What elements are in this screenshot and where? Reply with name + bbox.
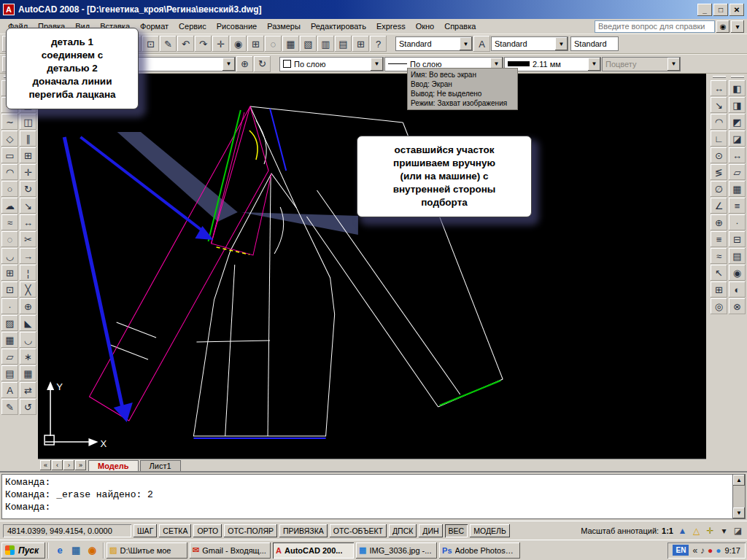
zoom-realtime-icon[interactable]: ◉ (230, 36, 247, 52)
annotation-visibility-icon[interactable]: ▲ (676, 524, 689, 537)
move-icon[interactable]: ✛ (20, 164, 36, 180)
make-object-layer-icon[interactable]: ⊕ (236, 56, 253, 72)
match-properties-icon[interactable]: ✎ (160, 36, 177, 52)
spline-icon[interactable]: ≈ (1, 214, 18, 230)
menu-item[interactable]: Формат (135, 20, 174, 32)
ellipse-arc-icon[interactable]: ◡ (1, 248, 18, 264)
combo-arrow-icon[interactable]: ▼ (588, 58, 600, 71)
dim-jogged-icon[interactable]: ≶ (711, 164, 727, 180)
extend-icon[interactable]: → (20, 248, 36, 264)
help-search-input[interactable] (595, 20, 715, 33)
break-at-point-icon[interactable]: ¦ (20, 265, 36, 281)
status-toggle[interactable]: ОТС-ОБЪЕКТ (330, 524, 387, 537)
calculator-icon[interactable]: ⊞ (352, 36, 369, 52)
insert-block-icon[interactable]: ⊞ (1, 265, 18, 281)
tab-layout1[interactable]: Лист1 (140, 460, 181, 471)
text-style-icon[interactable]: A (473, 36, 490, 52)
arc-icon[interactable]: ◠ (1, 164, 18, 180)
combo-arrow-icon[interactable]: ▼ (460, 37, 472, 50)
network-tray-icon[interactable]: ● (716, 545, 721, 556)
menu-item[interactable]: Рисование (212, 20, 262, 32)
next-tab-button[interactable]: › (63, 460, 74, 470)
stretch-icon[interactable]: ↔ (20, 214, 36, 230)
polyline-icon[interactable]: ∼ (1, 114, 18, 130)
layer-update-icon[interactable]: ↻ (254, 56, 271, 72)
osnap-settings-icon[interactable]: ⊗ (729, 298, 746, 314)
drawing-canvas[interactable]: Y X (38, 74, 706, 459)
orbit-icon[interactable]: ◉ (729, 265, 746, 281)
start-button[interactable]: Пуск (1, 542, 45, 559)
coordinates-readout[interactable]: 4814.0399, 949.4154, 0.0000 (3, 524, 131, 537)
chamfer-icon[interactable]: ◣ (20, 315, 36, 331)
offset-icon[interactable]: ∥ (20, 131, 36, 147)
menu-item[interactable]: Справка (439, 20, 481, 32)
status-toggle[interactable]: ПРИВЯЗКА (279, 524, 328, 537)
break-icon[interactable]: ╳ (20, 281, 36, 298)
dim-arc-length-icon[interactable]: ◠ (711, 114, 727, 130)
lineweight-combo[interactable]: 2.11 мм ▼ (504, 57, 601, 71)
close-button[interactable]: ✕ (729, 4, 744, 16)
quick-dim-icon[interactable]: ⊕ (711, 214, 727, 230)
explode-icon[interactable]: ∗ (20, 349, 36, 365)
status-toggle[interactable]: ОТС-ПОЛЯР (224, 524, 277, 537)
draworder-below-icon[interactable]: ◪ (729, 131, 746, 147)
taskbar-task[interactable]: Ps Adobe Photoshop (439, 542, 520, 559)
restore-button[interactable]: □ (713, 4, 728, 16)
paste-icon[interactable]: ⊡ (142, 36, 159, 52)
color-combo[interactable]: По слою ▼ (279, 57, 384, 71)
zoom-previous-icon[interactable]: ◌ (265, 36, 282, 52)
array-icon[interactable]: ⊞ (20, 147, 36, 163)
measure-area-icon[interactable]: ▱ (729, 164, 746, 180)
id-point-icon[interactable]: ∙ (729, 214, 746, 230)
style-combo-1[interactable]: Standard ▼ (395, 36, 473, 51)
clean-screen-icon[interactable]: ◪ (732, 524, 744, 537)
revision-cloud-icon[interactable]: ☁ (1, 198, 18, 214)
antivirus-tray-icon[interactable]: ● (708, 545, 713, 556)
pan-icon[interactable]: ✛ (212, 36, 229, 52)
status-toggle[interactable]: ДПСК (389, 524, 417, 537)
draworder-back-icon[interactable]: ◨ (729, 97, 746, 113)
measure-distance-icon[interactable]: ↔ (729, 147, 746, 163)
properties-icon[interactable]: ▦ (282, 36, 299, 52)
undo-icon[interactable]: ↶ (177, 36, 194, 52)
make-block-icon[interactable]: ⊡ (1, 281, 18, 298)
dim-angular-icon[interactable]: ∠ (711, 198, 727, 214)
taskbar-task[interactable]: ✉ Gmail - Входящ... (190, 542, 271, 559)
status-toggle[interactable]: ДИН (419, 524, 442, 537)
mtext-icon[interactable]: A (1, 382, 18, 398)
tool-palettes-icon[interactable]: ▥ (317, 36, 334, 52)
status-toggle[interactable]: ВЕС (445, 524, 468, 537)
taskbar-task[interactable]: ▦ IMG_3036.jpg -... (356, 542, 437, 559)
gradient-icon[interactable]: ▦ (1, 332, 18, 348)
menu-item[interactable]: Размеры (262, 20, 306, 32)
command-scrollbar[interactable]: ▲ ▼ (733, 474, 746, 519)
group-icon[interactable]: ▦ (20, 365, 36, 381)
toolbar-lock-icon[interactable]: ✛ (704, 524, 716, 537)
show-desktop-icon[interactable]: ▦ (69, 543, 83, 558)
join-icon[interactable]: ⊕ (20, 298, 36, 314)
status-toggle[interactable]: СЕТКА (159, 524, 191, 537)
volume-icon[interactable]: ♪ (700, 545, 705, 556)
tray-chevron-icon[interactable]: « (692, 545, 697, 556)
rectangle-icon[interactable]: ▭ (1, 147, 18, 163)
scroll-up-icon[interactable]: ▲ (733, 475, 745, 486)
draworder-front-icon[interactable]: ◧ (729, 80, 746, 96)
search-dropdown-icon[interactable]: ▾ (731, 20, 744, 33)
region-icon[interactable]: ▱ (1, 349, 18, 365)
taskbar-task[interactable]: A AutoCAD 200... (273, 542, 354, 559)
taskbar-clock[interactable]: 9:17 (725, 546, 740, 555)
quickcalc-icon[interactable]: ⊟ (729, 231, 746, 247)
multileader-icon[interactable]: ↖ (711, 265, 727, 281)
media-player-icon[interactable]: ◉ (85, 543, 99, 558)
scale-icon[interactable]: ↘ (20, 198, 36, 214)
dim-ordinate-icon[interactable]: ∟ (711, 131, 727, 147)
trim-icon[interactable]: ✂ (20, 231, 36, 247)
pline-edit-icon[interactable]: ✎ (1, 399, 18, 415)
minimize-button[interactable]: _ (697, 4, 712, 16)
ellipse-icon[interactable]: ◌ (1, 231, 18, 247)
command-line-area[interactable]: Команда: Команда: _erase найдено: 2 Кома… (1, 474, 733, 519)
list-icon[interactable]: ≡ (729, 198, 746, 214)
help-icon[interactable]: ? (370, 36, 387, 52)
annotation-scale-value[interactable]: 1:1 (662, 526, 673, 535)
first-tab-button[interactable]: « (40, 460, 51, 470)
